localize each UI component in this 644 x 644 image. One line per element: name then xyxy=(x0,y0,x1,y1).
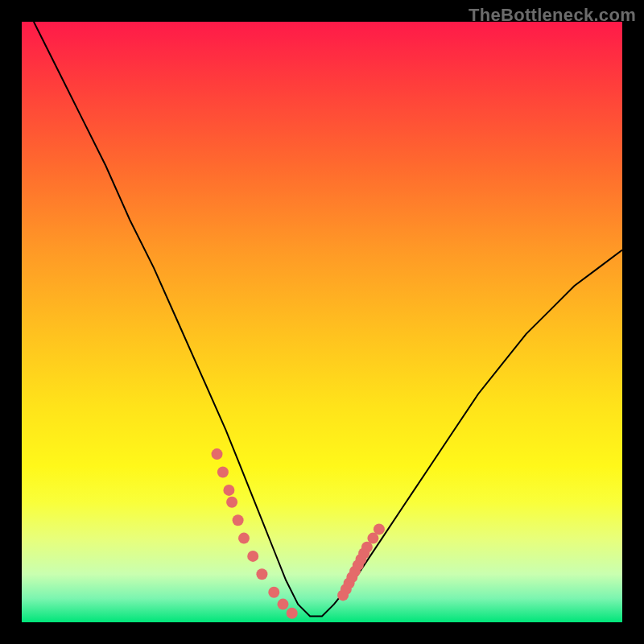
chart-svg xyxy=(22,22,622,622)
data-point xyxy=(212,448,223,460)
data-point xyxy=(247,551,258,562)
plot-area xyxy=(22,22,622,622)
data-point xyxy=(361,542,373,553)
dots-left-group xyxy=(212,448,298,619)
data-point xyxy=(287,608,298,619)
bottleneck-curve xyxy=(34,22,622,617)
data-point xyxy=(278,599,289,610)
data-point xyxy=(356,554,367,565)
data-point xyxy=(217,467,229,478)
data-point xyxy=(256,568,267,580)
data-point xyxy=(344,578,355,589)
data-point xyxy=(341,584,352,595)
data-point xyxy=(238,533,250,544)
watermark-text: TheBottleneck.com xyxy=(469,5,636,26)
data-point xyxy=(353,559,364,571)
data-point xyxy=(337,589,349,601)
data-point xyxy=(367,533,378,544)
data-point xyxy=(346,572,357,583)
data-point xyxy=(358,547,369,559)
data-point xyxy=(233,514,244,526)
data-point xyxy=(268,587,279,598)
outer-frame: TheBottleneck.com xyxy=(0,0,644,644)
data-point xyxy=(374,523,385,535)
dots-right-group xyxy=(337,523,385,601)
data-point xyxy=(226,497,237,508)
data-point xyxy=(349,566,361,577)
data-point xyxy=(223,485,234,496)
